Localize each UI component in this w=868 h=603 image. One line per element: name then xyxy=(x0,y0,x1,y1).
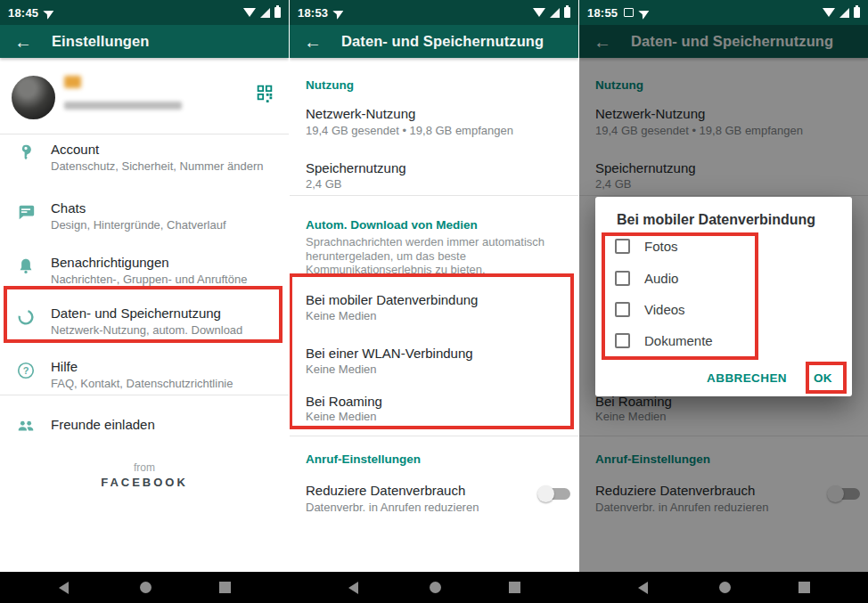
nav-home-icon[interactable] xyxy=(140,582,151,593)
sidebar-item-notifications[interactable]: Benachrichtigungen Nachrichten-, Gruppen… xyxy=(0,254,289,288)
cell-signal-icon xyxy=(550,8,560,18)
bell-icon xyxy=(0,254,51,288)
panel-dialog: 18:55 ← Daten- und Speichernutzung Nutzu… xyxy=(579,0,868,572)
profile-emoji-blurred xyxy=(64,76,81,88)
sidebar-item-chats[interactable]: Chats Design, Hintergründe, Chatverlauf xyxy=(0,200,289,233)
nav-recents-icon[interactable] xyxy=(219,582,231,593)
divider xyxy=(290,436,578,436)
nav-home-icon[interactable] xyxy=(719,582,731,593)
storage-usage-value: 2,4 GB xyxy=(306,176,341,191)
item-title: Hilfe xyxy=(51,358,233,375)
status-bar: 18:45 xyxy=(0,0,289,25)
section-header-calls: Anruf-Einstellungen xyxy=(306,452,421,466)
battery-icon xyxy=(564,7,570,18)
item-title: Benachrichtigungen xyxy=(51,254,247,271)
screenshot-collage: 18:45 ← Einstellungen xyxy=(0,0,868,603)
sidebar-item-account[interactable]: Account Datenschutz, Sicherheit, Nummer … xyxy=(0,141,289,175)
nav-back-icon[interactable] xyxy=(348,582,358,594)
sidebar-item-help[interactable]: ? Hilfe FAQ, Kontakt, Datenschutzrichtli… xyxy=(0,358,289,392)
annotation-box-data-storage xyxy=(4,286,283,343)
item-title: Freunde einladen xyxy=(51,416,155,433)
storage-usage-title: Speichernutzung xyxy=(306,159,406,176)
nav-recents-icon[interactable] xyxy=(509,582,520,593)
wifi-icon xyxy=(823,8,835,17)
item-subtitle: FAQ, Kontakt, Datenschutzrichtlinie xyxy=(51,376,233,392)
clock: 18:53 xyxy=(298,6,328,20)
chat-icon xyxy=(0,200,51,233)
nav-back-icon[interactable] xyxy=(59,582,69,594)
status-bar: 18:53 xyxy=(290,0,578,25)
back-arrow-icon[interactable]: ← xyxy=(304,33,322,51)
cancel-button[interactable]: ABBRECHEN xyxy=(707,371,787,385)
app-bar: ← Daten- und Speichernutzung xyxy=(290,25,578,58)
network-usage-value: 19,4 GB gesendet • 19,8 GB empfangen xyxy=(306,123,513,138)
sidebar-item-invite-friends[interactable]: Freunde einladen xyxy=(0,416,289,436)
nav-recents-icon[interactable] xyxy=(798,582,810,593)
avatar[interactable] xyxy=(12,76,55,119)
page-title: Einstellungen xyxy=(52,33,149,50)
divider xyxy=(0,134,289,134)
nav-home-icon[interactable] xyxy=(430,582,441,593)
panel-data-storage: 18:53 ← Daten- und Speichernutzung Nutzu… xyxy=(290,0,578,572)
notification-arrow-icon xyxy=(638,6,651,20)
section-header-autodownload: Autom. Download von Medien xyxy=(306,218,478,232)
item-title: Account xyxy=(51,141,263,158)
notification-arrow-icon xyxy=(332,6,346,20)
item-title: Chats xyxy=(51,200,226,216)
dialog-title: Bei mobiler Datenverbindung xyxy=(617,212,815,228)
clock: 18:45 xyxy=(8,6,38,20)
profile-name-blurred xyxy=(64,102,182,110)
nav-back-icon[interactable] xyxy=(638,582,648,594)
footer-from: from xyxy=(0,461,289,474)
svg-text:?: ? xyxy=(22,365,29,376)
status-bar: 18:55 xyxy=(579,0,868,25)
annotation-box-autodownload xyxy=(290,273,574,429)
key-icon xyxy=(0,141,51,175)
item-subtitle: Datenschutz, Sicherheit, Nummer ändern xyxy=(51,159,263,175)
wifi-icon xyxy=(243,8,256,17)
network-usage-title: Netzwerk-Nutzung xyxy=(306,105,415,122)
page-title: Daten- und Speichernutzung xyxy=(341,33,544,50)
low-data-subtitle: Datenverbr. in Anrufen reduzieren xyxy=(306,500,479,515)
back-arrow-icon[interactable]: ← xyxy=(14,33,32,51)
qr-code-icon[interactable] xyxy=(255,83,274,102)
section-header-usage: Nutzung xyxy=(306,78,354,92)
annotation-box-ok xyxy=(806,362,847,394)
divider xyxy=(0,395,289,395)
app-bar: ← Einstellungen xyxy=(0,25,289,58)
wifi-icon xyxy=(533,8,545,17)
help-icon: ? xyxy=(0,358,51,392)
notification-arrow-icon xyxy=(43,6,56,20)
cell-signal-icon xyxy=(839,8,849,18)
panel-settings: 18:45 ← Einstellungen xyxy=(0,0,289,572)
divider xyxy=(290,195,578,196)
screenshot-notification-icon xyxy=(624,8,634,17)
footer-brand: FACEBOOK xyxy=(0,476,289,489)
battery-icon xyxy=(274,7,281,18)
cell-signal-icon xyxy=(260,8,270,18)
autodownload-description: Sprachnachrichten werden immer automatis… xyxy=(306,235,566,277)
annotation-box-checkboxes xyxy=(602,232,758,360)
people-icon xyxy=(0,416,51,436)
item-subtitle: Design, Hintergründe, Chatverlauf xyxy=(51,217,226,233)
low-data-title: Reduziere Datenverbrauch xyxy=(306,482,465,499)
clock: 18:55 xyxy=(587,6,618,20)
low-data-toggle[interactable] xyxy=(542,488,570,500)
battery-icon xyxy=(854,7,860,18)
android-nav-bar xyxy=(0,572,868,603)
